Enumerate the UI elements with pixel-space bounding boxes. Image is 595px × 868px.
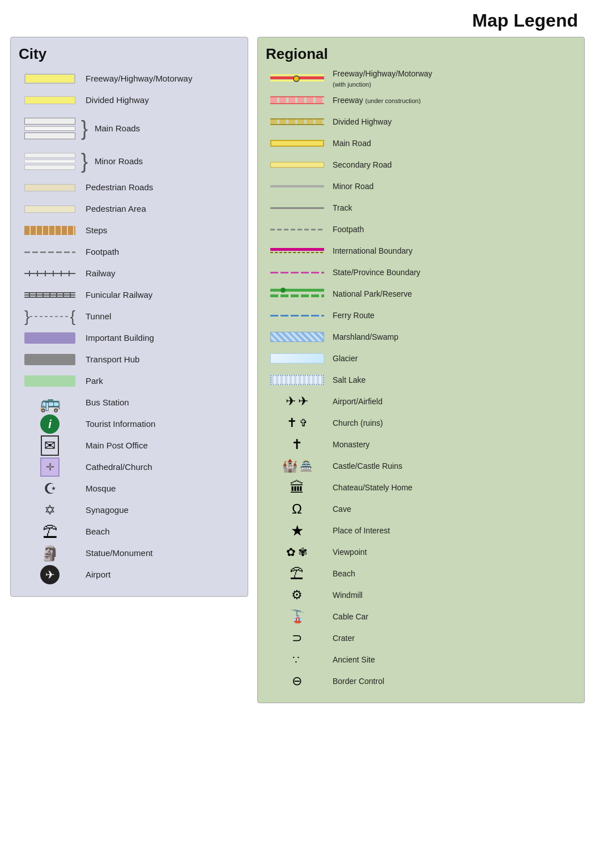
minor-roads-label: Minor Roads	[90, 156, 143, 167]
reg-marshland-icon	[270, 332, 324, 342]
list-item: ⊃ Crater	[266, 628, 576, 648]
main-post-office-symbol: ✉	[19, 435, 81, 456]
tourist-info-symbol: i	[19, 414, 81, 434]
reg-airport-symbol: ✈ ✈	[266, 394, 328, 409]
funicular-tick-1	[29, 292, 30, 298]
main-road-line-3	[24, 132, 75, 139]
reg-freeway-construction-symbol	[266, 96, 328, 104]
synagogue-label: Synagogue	[81, 504, 129, 516]
reg-marshland-symbol	[266, 332, 328, 342]
freeway-symbol	[19, 74, 81, 84]
reg-ferry-symbol	[266, 315, 328, 317]
minor-roads-brace-label: } Minor Roads	[81, 151, 143, 172]
list-item: ✈ ✈ Airport/Airfield	[266, 391, 576, 412]
reg-freeway-icon	[270, 72, 324, 85]
main-road-line-1	[24, 118, 75, 125]
main-road-line-2	[24, 126, 75, 131]
tunnel-left-bracket: }	[24, 309, 29, 324]
list-item: ∵ Ancient Site	[266, 649, 576, 670]
cathedral-icon: ✛	[40, 457, 60, 477]
list-item: State/Province Boundary	[266, 262, 576, 283]
list-item: ⛱ Beach	[266, 563, 576, 584]
list-item: Marshland/Swamp	[266, 327, 576, 347]
railway-symbol	[19, 270, 81, 277]
pedestrian-roads-label: Pedestrian Roads	[81, 182, 153, 193]
reg-minor-road-label: Minor Road	[328, 181, 373, 191]
reg-windmill-icon: ⚙	[291, 588, 303, 602]
reg-secondary-symbol	[266, 162, 328, 168]
reg-border-control-label: Border Control	[328, 676, 384, 686]
list-item: Freeway (under construction)	[266, 90, 576, 110]
list-item: ☪ Mosque	[19, 478, 240, 499]
reg-cross-icon: ✝	[287, 416, 297, 430]
list-item: Pedestrian Roads	[19, 177, 240, 198]
reg-viewpoint-label: Viewpoint	[328, 547, 367, 557]
minor-roads-symbol	[19, 153, 81, 170]
list-item: Divided Highway	[266, 112, 576, 132]
list-item: Footpath	[19, 242, 240, 262]
reg-place-interest-icon: ★	[291, 522, 304, 540]
reg-glacier-icon	[270, 353, 324, 364]
main-post-office-label: Main Post Office	[81, 440, 148, 451]
funicular-tick-5	[56, 292, 57, 298]
regional-panel: Regional Freeway/Highway/Motorway (with …	[257, 37, 585, 703]
list-item: Ferry Route	[266, 305, 576, 326]
reg-ancient-site-symbol: ∵	[266, 653, 328, 666]
railway-tick-4	[53, 271, 54, 276]
divided-highway-label: Divided Highway	[81, 95, 149, 106]
reg-np-solid-line	[270, 289, 324, 292]
reg-glacier-label: Glacier	[328, 353, 358, 364]
main-roads-symbol	[19, 118, 81, 139]
reg-np-dot	[280, 288, 286, 293]
list-item: 🏰 🏯 Castle/Castle Ruins	[266, 456, 576, 476]
list-item: Transport Hub	[19, 349, 240, 370]
list-item: Railway	[19, 263, 240, 284]
list-item: Main Road	[266, 133, 576, 153]
list-item: ★ Place of Interest	[266, 520, 576, 541]
list-item: ✉ Main Post Office	[19, 435, 240, 456]
list-item: 🚌 Bus Station	[19, 392, 240, 413]
reg-beach-label: Beach	[328, 568, 355, 579]
bus-station-icon: 🚌	[40, 393, 61, 413]
synagogue-icon: ✡	[44, 502, 56, 518]
tunnel-icon: } {	[24, 310, 75, 323]
reg-national-park-label: National Park/Reserve	[328, 289, 412, 299]
main-post-office-icon: ✉	[41, 435, 59, 456]
list-item: } { Tunnel	[19, 306, 240, 327]
reg-cave-icon: Ω	[292, 501, 302, 517]
statue-symbol: 🗿	[19, 545, 81, 562]
reg-ferry-label: Ferry Route	[328, 310, 375, 320]
reg-ferry-icon	[270, 315, 324, 317]
tunnel-label: Tunnel	[81, 311, 111, 322]
funicular-tick-4	[49, 292, 50, 298]
airport-city-symbol: ✈	[19, 565, 81, 584]
airport-city-label: Airport	[81, 569, 110, 580]
funicular-tick-3	[42, 292, 44, 298]
minor-road-line-3	[24, 165, 75, 170]
bus-station-label: Bus Station	[81, 397, 129, 408]
list-item: Freeway/Highway/Motorway	[19, 69, 240, 89]
reg-church-icon: ✝ ✞	[287, 416, 308, 430]
minor-roads-icon	[24, 153, 75, 170]
synagogue-symbol: ✡	[19, 502, 81, 518]
list-item: ⊖ Border Control	[266, 671, 576, 691]
list-item: ⛱ Beach	[19, 521, 240, 542]
main-roads-brace-icon: }	[81, 118, 88, 139]
reg-viewpoint-icon-2: ✾	[298, 545, 308, 559]
freeway-label: Freeway/Highway/Motorway	[81, 73, 192, 84]
steps-icon	[24, 226, 75, 235]
reg-freeway-label: Freeway/Highway/Motorway (with junction)	[328, 69, 432, 89]
main-roads-brace-label: } Main Roads	[81, 118, 140, 139]
funicular-tick-2	[36, 292, 37, 298]
pedestrian-roads-symbol	[19, 184, 81, 191]
tourist-info-icon: i	[40, 414, 60, 434]
reg-airplane-icon-1: ✈	[286, 394, 296, 409]
reg-windmill-symbol: ⚙	[266, 588, 328, 602]
reg-airport-icon: ✈ ✈	[286, 394, 308, 409]
reg-fw-junction-dot	[293, 75, 300, 82]
reg-beach-symbol: ⛱	[266, 566, 328, 581]
pedestrian-roads-icon	[24, 184, 75, 191]
list-item: 🚡 Cable Car	[266, 606, 576, 627]
reg-national-park-symbol	[266, 289, 328, 299]
reg-monastery-icon: ✝	[291, 437, 303, 452]
